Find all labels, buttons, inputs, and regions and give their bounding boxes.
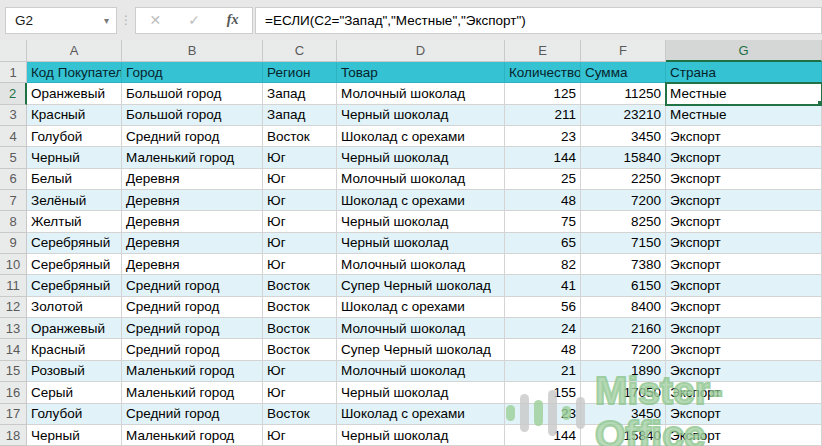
cell-b8[interactable]: Деревня <box>122 211 263 232</box>
select-all-corner[interactable] <box>0 40 27 62</box>
cell-e7[interactable]: 48 <box>505 190 581 211</box>
cell-e15[interactable]: 21 <box>505 361 581 382</box>
cell-e9[interactable]: 65 <box>505 233 581 254</box>
cell-g3[interactable]: Местные <box>666 105 822 126</box>
cell-a2[interactable]: Оранжевый <box>27 83 122 104</box>
cell-d18[interactable]: Черный шоколад <box>337 425 505 446</box>
column-header-b[interactable]: B <box>122 40 263 62</box>
cell-d10[interactable]: Молочный шоколад <box>337 254 505 275</box>
enter-icon[interactable]: ✓ <box>188 12 200 28</box>
cell-g16[interactable]: Экспорт <box>666 382 822 403</box>
cell-c5[interactable]: Юг <box>263 147 337 168</box>
row-header-5[interactable]: 5 <box>0 147 27 168</box>
cell-c10[interactable]: Юг <box>263 254 337 275</box>
cell-d16[interactable]: Черный шоколад <box>337 382 505 403</box>
cell-a14[interactable]: Красный <box>27 339 122 360</box>
cancel-icon[interactable]: ✕ <box>149 12 161 28</box>
formula-text[interactable]: =ЕСЛИ(C2="Запад","Местные","Экспорт") <box>256 13 526 28</box>
cell-e10[interactable]: 82 <box>505 254 581 275</box>
cell-d9[interactable]: Черный шоколад <box>337 233 505 254</box>
cell-f8[interactable]: 8250 <box>581 211 666 232</box>
cell-a18[interactable]: Черный <box>27 425 122 446</box>
cell-a7[interactable]: Зелёный <box>27 190 122 211</box>
row-header-13[interactable]: 13 <box>0 318 27 339</box>
cell-g18[interactable]: Экспорт <box>666 425 822 446</box>
row-header-8[interactable]: 8 <box>0 211 27 232</box>
cell-b4[interactable]: Средний город <box>122 126 263 147</box>
cell-d4[interactable]: Шоколад с орехами <box>337 126 505 147</box>
cell-b16[interactable]: Маленький город <box>122 382 263 403</box>
cell-a16[interactable]: Серый <box>27 382 122 403</box>
cell-e5[interactable]: 144 <box>505 147 581 168</box>
cell-c16[interactable]: Юг <box>263 382 337 403</box>
cell-d13[interactable]: Молочный шоколад <box>337 318 505 339</box>
cell-g6[interactable]: Экспорт <box>666 169 822 190</box>
cell-c13[interactable]: Восток <box>263 318 337 339</box>
cell-d17[interactable]: Шоколад с орехами <box>337 404 505 425</box>
cell-f18[interactable]: 15840 <box>581 425 666 446</box>
column-header-f[interactable]: F <box>581 40 666 62</box>
cell-e3[interactable]: 211 <box>505 105 581 126</box>
cell-g2[interactable]: Местные <box>666 83 822 104</box>
cell-b9[interactable]: Деревня <box>122 233 263 254</box>
cell-e8[interactable]: 75 <box>505 211 581 232</box>
cell-g7[interactable]: Экспорт <box>666 190 822 211</box>
column-header-e[interactable]: E <box>505 40 581 62</box>
cell-f14[interactable]: 7200 <box>581 339 666 360</box>
formula-bar-grip-icon[interactable]: ⋮ <box>117 15 135 25</box>
fill-handle[interactable] <box>817 100 822 105</box>
row-header-7[interactable]: 7 <box>0 190 27 211</box>
cell-f12[interactable]: 8400 <box>581 297 666 318</box>
cell-b17[interactable]: Средний город <box>122 404 263 425</box>
cell-b2[interactable]: Большой город <box>122 83 263 104</box>
row-header-16[interactable]: 16 <box>0 382 27 403</box>
cell-g5[interactable]: Экспорт <box>666 147 822 168</box>
cell-c2[interactable]: Запад <box>263 83 337 104</box>
header-cell[interactable]: Товар <box>337 62 505 83</box>
cell-f16[interactable]: 17050 <box>581 382 666 403</box>
cell-c12[interactable]: Восток <box>263 297 337 318</box>
cell-a17[interactable]: Голубой <box>27 404 122 425</box>
cell-f7[interactable]: 7200 <box>581 190 666 211</box>
cell-c4[interactable]: Восток <box>263 126 337 147</box>
cell-b7[interactable]: Деревня <box>122 190 263 211</box>
row-header-6[interactable]: 6 <box>0 169 27 190</box>
cell-f9[interactable]: 7150 <box>581 233 666 254</box>
cell-a4[interactable]: Голубой <box>27 126 122 147</box>
cell-c18[interactable]: Юг <box>263 425 337 446</box>
row-header-2[interactable]: 2 <box>0 83 27 104</box>
cell-f10[interactable]: 7380 <box>581 254 666 275</box>
row-header-9[interactable]: 9 <box>0 233 27 254</box>
row-header-1[interactable]: 1 <box>0 62 27 83</box>
cell-d3[interactable]: Черный шоколад <box>337 105 505 126</box>
cell-f15[interactable]: 1890 <box>581 361 666 382</box>
name-box-dropdown-icon[interactable]: ▾ <box>104 15 116 26</box>
cell-e13[interactable]: 24 <box>505 318 581 339</box>
cell-c8[interactable]: Юг <box>263 211 337 232</box>
header-cell[interactable]: Количество <box>505 62 581 83</box>
cell-b10[interactable]: Деревня <box>122 254 263 275</box>
formula-bar[interactable]: =ЕСЛИ(C2="Запад","Местные","Экспорт") <box>255 7 822 34</box>
cell-f3[interactable]: 23210 <box>581 105 666 126</box>
cell-b3[interactable]: Большой город <box>122 105 263 126</box>
cell-c17[interactable]: Восток <box>263 404 337 425</box>
column-header-a[interactable]: A <box>27 40 122 62</box>
cell-a5[interactable]: Черный <box>27 147 122 168</box>
cell-a13[interactable]: Оранжевый <box>27 318 122 339</box>
cell-e18[interactable]: 144 <box>505 425 581 446</box>
header-cell[interactable]: Сумма <box>581 62 666 83</box>
cell-a11[interactable]: Серебряный <box>27 275 122 296</box>
cell-d12[interactable]: Шоколад с орехами <box>337 297 505 318</box>
header-cell[interactable]: Город <box>122 62 263 83</box>
cell-a10[interactable]: Серебряный <box>27 254 122 275</box>
cell-b14[interactable]: Средний город <box>122 339 263 360</box>
column-header-c[interactable]: C <box>263 40 337 62</box>
cell-a12[interactable]: Золотой <box>27 297 122 318</box>
cell-c14[interactable]: Восток <box>263 339 337 360</box>
cell-e12[interactable]: 56 <box>505 297 581 318</box>
cell-c7[interactable]: Юг <box>263 190 337 211</box>
header-cell[interactable]: Код Покупателя <box>27 62 122 83</box>
cell-a3[interactable]: Красный <box>27 105 122 126</box>
cell-e6[interactable]: 25 <box>505 169 581 190</box>
row-header-18[interactable]: 18 <box>0 425 27 446</box>
